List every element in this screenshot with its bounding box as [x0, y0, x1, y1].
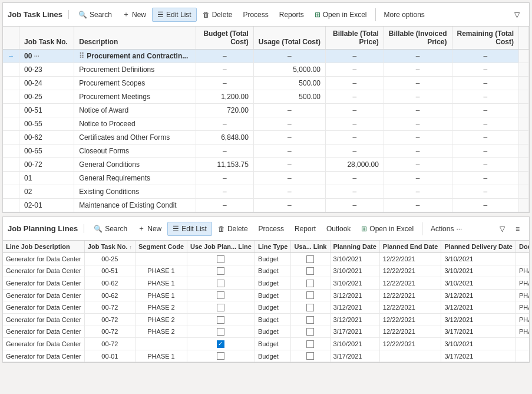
useJobPlanLine-checkbox[interactable]	[217, 316, 224, 324]
list-item[interactable]: Generator for Data Center00-72PHASE 2Bud…	[3, 301, 529, 314]
table-row[interactable]: 00-62Certificates and Other Forms6,848.0…	[3, 131, 529, 145]
usageLink-checkbox[interactable]	[306, 255, 314, 263]
job-planning-lines-table-wrap: Line Job Description Job Task No. ↑ Segm…	[3, 241, 529, 362]
edit-list-button[interactable]: ☰ Edit List	[152, 8, 197, 22]
useJobPlanLine-cell[interactable]	[187, 326, 255, 338]
table-row[interactable]: 00-25Procurement Meetings1,200.00500.00–…	[3, 90, 529, 104]
list-item[interactable]: Generator for Data Center00-01PHASE 1Bud…	[3, 350, 529, 362]
th-use-job-plan-line: Use Job Plan... Line	[187, 241, 255, 253]
bottom-delete-button[interactable]: 🗑 Delete	[213, 222, 253, 235]
search-button[interactable]: 🔍 Search	[74, 8, 117, 21]
usageLink-checkbox[interactable]	[306, 340, 314, 348]
list-item[interactable]: Generator for Data Center00-72PHASE 2Bud…	[3, 313, 529, 326]
usageLink-checkbox[interactable]	[306, 328, 314, 336]
useJobPlanLine-checkbox[interactable]	[217, 352, 224, 360]
usageLink-cell[interactable]	[291, 338, 330, 350]
filter-button[interactable]: ▽	[510, 8, 524, 21]
drag-handle-icon[interactable]: ⠿	[79, 52, 84, 60]
table-row[interactable]: 00-65Closeout Forms–––––	[3, 145, 529, 158]
list-item[interactable]: Generator for Data Center00-62PHASE 1Bud…	[3, 289, 529, 301]
open-in-excel-button[interactable]: ⊞ Open in Excel	[310, 8, 372, 21]
bottom-process-button[interactable]: Process	[254, 222, 289, 235]
usageLink-cell[interactable]	[291, 265, 330, 277]
usageLink-checkbox[interactable]	[306, 352, 314, 360]
table-row[interactable]: 00-55Notice to Proceed–––––	[3, 117, 529, 131]
usageLink-checkbox[interactable]	[306, 267, 314, 275]
job-planning-lines-table: Line Job Description Job Task No. ↑ Segm…	[3, 241, 529, 362]
useJobPlanLine-checkbox[interactable]	[217, 340, 224, 348]
plannedDeliveryDate-cell: 3/10/2021	[441, 338, 516, 350]
bottom-toolbar-sep	[422, 222, 422, 235]
excel-icon: ⊞	[315, 11, 320, 19]
useJobPlanLine-cell[interactable]	[187, 253, 255, 265]
table-row[interactable]: 01General Requirements–––––	[3, 172, 529, 185]
th-billable-total: Billable (TotalPrice)	[325, 27, 384, 50]
useJobPlanLine-cell[interactable]	[187, 338, 255, 350]
billableInvoiced-cell: –	[384, 199, 452, 212]
table-row[interactable]: 02Existing Conditions–––––	[3, 185, 529, 199]
bottom-search-button[interactable]: 🔍 Search	[89, 222, 132, 235]
usageLink-cell[interactable]	[291, 289, 330, 301]
table-row[interactable]: 00-23Procurement Definitions–5,000.00–––	[3, 63, 529, 77]
useJobPlanLine-checkbox[interactable]	[217, 255, 224, 263]
table-row[interactable]: 00-72General Conditions11,153.75–28,000.…	[3, 158, 529, 172]
delete-button[interactable]: 🗑 Delete	[198, 8, 237, 21]
job-planning-lines-body: Generator for Data Center00-25Budget3/10…	[3, 253, 529, 362]
table-row[interactable]: 00-51Notice of Award720.00––––	[3, 104, 529, 117]
billableInvoiced-cell: –	[384, 50, 452, 63]
useJobPlanLine-cell[interactable]	[187, 313, 255, 326]
usageLink-cell[interactable]	[291, 277, 330, 290]
process-button[interactable]: Process	[238, 8, 273, 21]
billableTotal-cell: –	[325, 90, 384, 104]
outlook-button[interactable]: Outlook	[322, 222, 355, 235]
useJobPlanLine-checkbox[interactable]	[217, 328, 224, 336]
scroll-cell	[518, 50, 528, 63]
useJobPlanLine-cell[interactable]	[187, 277, 255, 290]
useJobPlanLine-checkbox[interactable]	[217, 291, 224, 299]
job-task-no-cell: 00-65	[19, 145, 74, 158]
jobTaskNo-cell: 00-62	[84, 277, 135, 290]
usageLink-checkbox[interactable]	[306, 304, 314, 311]
usageLink-checkbox[interactable]	[306, 316, 314, 324]
useJobPlanLine-checkbox[interactable]	[217, 280, 224, 287]
plannedEndDate-cell: 12/22/2021	[379, 326, 441, 338]
bottom-edit-list-button[interactable]: ☰ Edit List	[167, 222, 212, 236]
lineJobDesc-cell: Generator for Data Center	[3, 338, 84, 350]
usageLink-cell[interactable]	[291, 313, 330, 326]
bottom-open-in-excel-button[interactable]: ⊞ Open in Excel	[356, 222, 418, 235]
usageLink-cell[interactable]	[291, 253, 330, 265]
table-row[interactable]: 02-01Maintenance of Existing Condit–––––	[3, 199, 529, 212]
reports-button[interactable]: Reports	[275, 8, 309, 21]
usageLink-checkbox[interactable]	[306, 280, 314, 287]
usageLink-cell[interactable]	[291, 301, 330, 314]
more-options-button[interactable]: More options	[379, 8, 429, 21]
useJobPlanLine-checkbox[interactable]	[217, 304, 224, 311]
table-row[interactable]: →00 ···⠿Procurement and Contractin...–––…	[3, 50, 529, 63]
bottom-list-view-button[interactable]: ≡	[511, 222, 524, 235]
useJobPlanLine-cell[interactable]	[187, 350, 255, 362]
list-item[interactable]: Generator for Data Center00-25Budget3/10…	[3, 253, 529, 265]
lineJobDesc-cell: Generator for Data Center	[3, 289, 84, 301]
useJobPlanLine-cell[interactable]	[187, 301, 255, 314]
segmentCode-cell: PHASE 1	[136, 350, 187, 362]
list-item[interactable]: Generator for Data Center00-62PHASE 1Bud…	[3, 277, 529, 290]
usageLink-checkbox[interactable]	[306, 291, 314, 299]
table-header-row: Job Task No. Description Budget (TotalCo…	[3, 27, 529, 50]
bottom-filter-button[interactable]: ▽	[495, 222, 510, 235]
list-item[interactable]: Generator for Data Center00-72Budget3/10…	[3, 338, 529, 350]
remaining-cell: –	[452, 172, 518, 185]
scroll-cell	[518, 104, 528, 117]
list-item[interactable]: Generator for Data Center00-51PHASE 1Bud…	[3, 265, 529, 277]
useJobPlanLine-cell[interactable]	[187, 289, 255, 301]
list-item[interactable]: Generator for Data Center00-72PHASE 2Bud…	[3, 326, 529, 338]
useJobPlanLine-cell[interactable]	[187, 265, 255, 277]
table-row[interactable]: 00-24Procurement Scopes–500.00–––	[3, 77, 529, 90]
actions-button[interactable]: Actions ···	[426, 222, 467, 235]
usageLink-cell[interactable]	[291, 326, 330, 338]
usageLink-cell[interactable]	[291, 350, 330, 362]
search-icon: 🔍	[78, 11, 87, 19]
new-button[interactable]: ＋ New	[118, 7, 151, 22]
bottom-new-button[interactable]: ＋ New	[133, 221, 166, 236]
useJobPlanLine-checkbox[interactable]	[217, 267, 224, 275]
bottom-report-button[interactable]: Report	[290, 222, 320, 235]
